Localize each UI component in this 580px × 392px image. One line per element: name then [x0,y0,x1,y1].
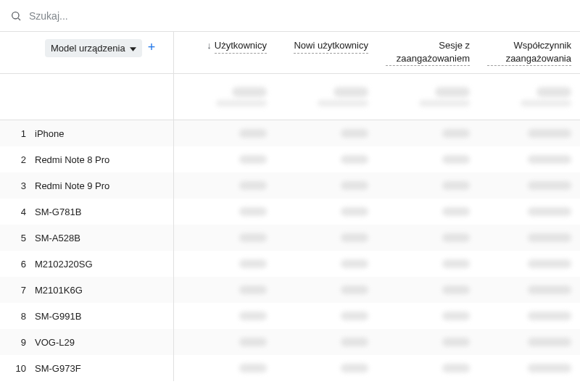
row-metric-cell [174,277,276,303]
table-row[interactable]: 1iPhone [0,120,580,146]
add-dimension-button[interactable]: + [148,39,156,54]
redacted-value [341,259,368,268]
row-metric-cell [276,251,377,277]
redacted-value [341,338,368,346]
row-metric-cell [377,303,478,329]
row-metric-cell [276,172,377,199]
row-metric-cell [377,329,478,355]
redacted-value [341,285,368,294]
row-metric-cell [478,277,580,303]
row-index: 3 [10,180,35,191]
row-metric-cell [478,146,580,172]
redacted-value [442,364,470,372]
row-metric-cell [174,355,276,381]
dimension-selector[interactable]: Model urządzenia [45,39,142,57]
metric-header-new-users[interactable]: Nowi użytkownicy [276,32,377,73]
search-input[interactable] [29,10,570,22]
row-metric-cell [377,225,478,251]
redacted-value [442,312,470,320]
redacted-value [528,312,571,320]
table-row[interactable]: 5SM-A528B [0,225,580,251]
redacted-value [528,338,571,346]
row-label: M2101K6G [35,285,83,296]
row-metric-cell [276,355,377,381]
row-metric-cell [377,251,478,277]
row-index: 9 [10,337,35,348]
redacted-value [528,285,571,294]
redacted-value [239,207,267,216]
row-metric-cell [174,303,276,329]
row-index: 5 [10,233,35,243]
row-metric-cell [174,172,276,199]
row-label: SM-G973F [35,363,81,374]
redacted-value [341,312,368,320]
search-bar[interactable] [0,0,580,32]
row-metric-cell [478,329,580,355]
table-row[interactable]: 7M2101K6G [0,277,580,303]
dimension-header-cell: Model urządzenia + [0,32,174,73]
row-index: 6 [10,259,35,270]
row-dimension-cell: 1iPhone [0,120,174,146]
redacted-value [239,364,267,372]
redacted-value [239,338,267,346]
row-metric-cell [276,225,377,251]
redacted-value [239,155,267,164]
redacted-subvalue [216,100,267,107]
row-metric-cell [478,355,580,381]
table-header: Model urządzenia + ↓ Użytkownicy Nowi uż… [0,32,580,74]
row-index: 2 [10,154,35,165]
redacted-value [435,87,470,97]
redacted-value [442,338,470,346]
table-row[interactable]: 9VOG-L29 [0,329,580,355]
redacted-value [528,364,571,372]
redacted-value [341,207,368,216]
redacted-value [442,155,470,164]
row-label: SM-G991B [35,311,81,322]
totals-dim-cell [0,74,174,120]
redacted-value [341,155,368,164]
redacted-value [528,129,571,138]
metric-label: Współczynnik zaangażowania [487,39,571,66]
row-dimension-cell: 4SM-G781B [0,199,174,225]
row-metric-cell [377,355,478,381]
table-row[interactable]: 8SM-G991B [0,303,580,329]
row-metric-cell [478,120,580,146]
row-metric-cell [377,172,478,199]
svg-point-0 [12,12,19,18]
row-metric-cell [478,172,580,199]
metric-header-engaged-sessions[interactable]: Sesje z zaangażowaniem [377,32,478,73]
table-row[interactable]: 4SM-G781B [0,199,580,225]
totals-cell [377,74,478,120]
redacted-subvalue [521,100,571,107]
row-metric-cell [276,277,377,303]
row-index: 10 [10,363,35,374]
row-metric-cell [174,146,276,172]
arrow-down-icon: ↓ [207,40,212,51]
redacted-value [442,129,470,138]
search-icon [10,10,22,22]
redacted-subvalue [318,100,368,107]
table-body: 1iPhone2Redmi Note 8 Pro3Redmi Note 9 Pr… [0,120,580,381]
table-row[interactable]: 10SM-G973F [0,355,580,381]
redacted-subvalue [419,100,470,107]
row-label: iPhone [35,128,64,139]
redacted-value [442,285,470,294]
row-metric-cell [174,251,276,277]
redacted-value [239,233,267,242]
redacted-value [528,207,571,216]
caret-down-icon [130,43,136,54]
row-metric-cell [377,277,478,303]
row-metric-cell [478,303,580,329]
table-row[interactable]: 6M2102J20SG [0,251,580,277]
metric-label: Nowi użytkownicy [294,39,368,54]
table-row[interactable]: 3Redmi Note 9 Pro [0,172,580,199]
row-metric-cell [276,303,377,329]
metric-header-engagement-rate[interactable]: Współczynnik zaangażowania [478,32,580,73]
metric-header-users[interactable]: ↓ Użytkownicy [174,32,276,73]
redacted-value [341,233,368,242]
table-row[interactable]: 2Redmi Note 8 Pro [0,146,580,172]
row-metric-cell [478,199,580,225]
row-metric-cell [276,146,377,172]
redacted-value [341,129,368,138]
row-metric-cell [276,329,377,355]
